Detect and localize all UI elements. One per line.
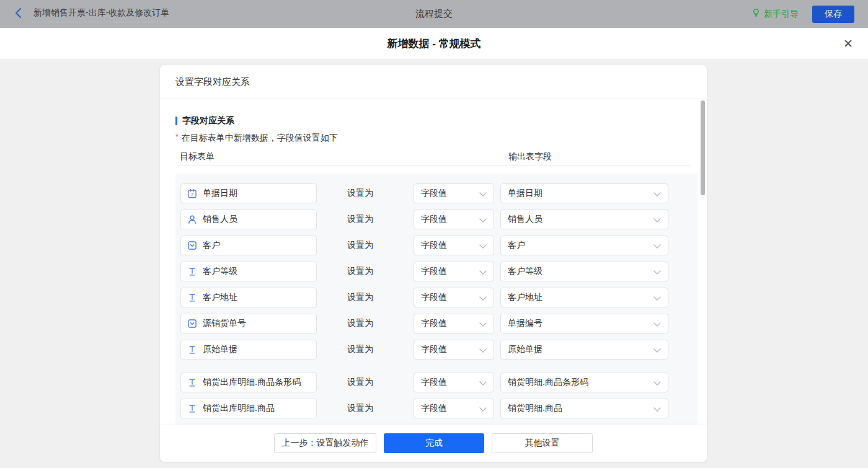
modal-title: 新增数据 - 常规模式 [387, 37, 480, 51]
method-select[interactable]: 字段值 [414, 210, 494, 229]
method-select[interactable]: 字段值 [414, 236, 494, 255]
field-mapping-row: 客户 设置为 字段值 客户 [180, 236, 698, 255]
target-field-label: 销货出库明细.商品条形码 [203, 377, 301, 388]
chevron-down-icon [479, 319, 487, 329]
select-icon [187, 319, 197, 329]
method-select-value: 字段值 [421, 318, 447, 329]
set-as-label: 设置为 [347, 214, 373, 225]
method-select-value: 字段值 [421, 292, 447, 303]
target-field-box[interactable]: 客户地址 [180, 288, 317, 307]
target-field-box[interactable]: 销售人员 [180, 210, 317, 229]
done-button[interactable]: 完成 [384, 433, 484, 453]
target-field-box[interactable]: 销货出库明细.商品 [180, 399, 317, 418]
chevron-down-icon [479, 267, 487, 276]
method-select[interactable]: 字段值 [414, 183, 494, 203]
output-select-value: 销货明细.商品条形码 [508, 377, 588, 388]
field-mapping-row: 7 单据日期 设置为 字段值 单据日期 [180, 183, 698, 203]
chevron-down-icon [653, 267, 661, 276]
output-field-select[interactable]: 客户地址 [500, 288, 668, 307]
modal-body: 设置字段对应关系 字段对应关系 *在目标表单中新增数据，字段值设置如下 目标表单… [0, 59, 868, 468]
required-asterisk: * [175, 133, 179, 141]
beginner-guide-link[interactable]: 新手引导 [751, 8, 799, 20]
method-select[interactable]: 字段值 [414, 262, 494, 281]
method-select[interactable]: 字段值 [414, 288, 494, 307]
column-header-target-form: 目标表单 [180, 151, 215, 162]
column-header-divider [175, 166, 690, 166]
target-field-box[interactable]: 销货出库明细.商品条形码 [180, 373, 317, 392]
target-field-box[interactable]: 客户等级 [180, 262, 317, 281]
card-footer: 上一步：设置触发动作 完成 其他设置 [160, 425, 707, 462]
modal-header: 新增数据 - 常规模式 ✕ [0, 28, 868, 59]
field-mapping-row: 销售人员 设置为 字段值 销售人员 [180, 210, 698, 229]
target-field-label: 客户 [203, 240, 220, 251]
target-field-box[interactable]: 原始单据 [180, 340, 317, 360]
set-as-label: 设置为 [347, 344, 373, 355]
method-select-value: 字段值 [421, 240, 447, 251]
chevron-down-icon [653, 214, 661, 224]
method-select[interactable]: 字段值 [414, 340, 494, 360]
output-field-select[interactable]: 单据编号 [500, 314, 668, 333]
method-select-value: 字段值 [421, 214, 447, 225]
target-field-label: 源销货单号 [203, 318, 246, 329]
section-description: *在目标表单中新增数据，字段值设置如下 [175, 133, 338, 144]
rows-container: 7 单据日期 设置为 字段值 单据日期 销售人员 设置为 字段值 [175, 174, 698, 425]
user-icon [187, 214, 197, 224]
workflow-type-label: 流程提交 [415, 8, 453, 20]
chevron-down-icon [653, 241, 661, 250]
set-as-label: 设置为 [347, 318, 373, 329]
target-field-label: 客户等级 [203, 266, 237, 277]
output-select-value: 单据编号 [508, 318, 542, 329]
chevron-down-icon [653, 188, 661, 198]
chevron-down-icon [479, 214, 487, 224]
chevron-down-icon [479, 188, 487, 198]
method-select-value: 字段值 [421, 403, 447, 414]
target-field-label: 销货出库明细.商品 [203, 403, 275, 414]
lightbulb-icon [751, 8, 761, 20]
output-select-value: 客户 [508, 240, 525, 251]
beginner-guide-label: 新手引导 [764, 9, 799, 20]
field-mapping-card: 设置字段对应关系 字段对应关系 *在目标表单中新增数据，字段值设置如下 目标表单… [160, 65, 707, 462]
close-icon[interactable]: ✕ [843, 38, 853, 50]
target-field-box[interactable]: 7 单据日期 [180, 183, 317, 203]
save-button[interactable]: 保存 [812, 6, 854, 23]
method-select-value: 字段值 [421, 377, 447, 388]
target-field-box[interactable]: 源销货单号 [180, 314, 317, 333]
output-field-select[interactable]: 销货明细.商品 [500, 399, 668, 418]
method-select[interactable]: 字段值 [414, 373, 494, 392]
output-select-value: 客户地址 [508, 292, 542, 303]
column-header-output-field: 输出表字段 [508, 151, 552, 162]
method-select[interactable]: 字段值 [414, 399, 494, 418]
set-as-label: 设置为 [347, 292, 373, 303]
topbar: 新增销售开票-出库-收款及修改订单 流程提交 新手引导 保存 [0, 0, 868, 28]
chevron-down-icon [653, 404, 661, 413]
set-as-label: 设置为 [347, 188, 373, 199]
output-field-select[interactable]: 单据日期 [500, 183, 668, 203]
svg-text:7: 7 [191, 192, 194, 197]
target-field-box[interactable]: 客户 [180, 236, 317, 255]
back-button[interactable] [14, 7, 24, 21]
other-settings-button[interactable]: 其他设置 [492, 433, 593, 453]
set-as-label: 设置为 [347, 377, 373, 388]
output-select-value: 单据日期 [508, 188, 542, 199]
output-field-select[interactable]: 销货明细.商品条形码 [500, 373, 668, 392]
field-mapping-row: 客户等级 设置为 字段值 客户等级 [180, 262, 698, 281]
output-field-select[interactable]: 销售人员 [500, 210, 668, 229]
card-content: 字段对应关系 *在目标表单中新增数据，字段值设置如下 目标表单 输出表字段 7 … [160, 99, 707, 425]
output-field-select[interactable]: 原始单据 [500, 340, 668, 360]
card-title: 设置字段对应关系 [160, 65, 707, 99]
select-icon [187, 241, 197, 250]
method-select-value: 字段值 [421, 266, 447, 277]
output-field-select[interactable]: 客户 [500, 236, 668, 255]
text-icon [187, 377, 197, 387]
target-field-label: 销售人员 [203, 214, 237, 225]
method-select[interactable]: 字段值 [414, 314, 494, 333]
set-as-label: 设置为 [347, 240, 373, 251]
chevron-down-icon [479, 345, 487, 355]
previous-step-button[interactable]: 上一步：设置触发动作 [274, 433, 376, 453]
set-as-label: 设置为 [347, 403, 373, 414]
chevron-down-icon [653, 319, 661, 329]
workflow-title[interactable]: 新增销售开票-出库-收款及修改订单 [32, 6, 171, 22]
output-field-select[interactable]: 客户等级 [500, 262, 668, 281]
field-mapping-row: 原始单据 设置为 字段值 原始单据 [180, 340, 698, 360]
vertical-scrollbar-thumb[interactable] [701, 100, 705, 195]
